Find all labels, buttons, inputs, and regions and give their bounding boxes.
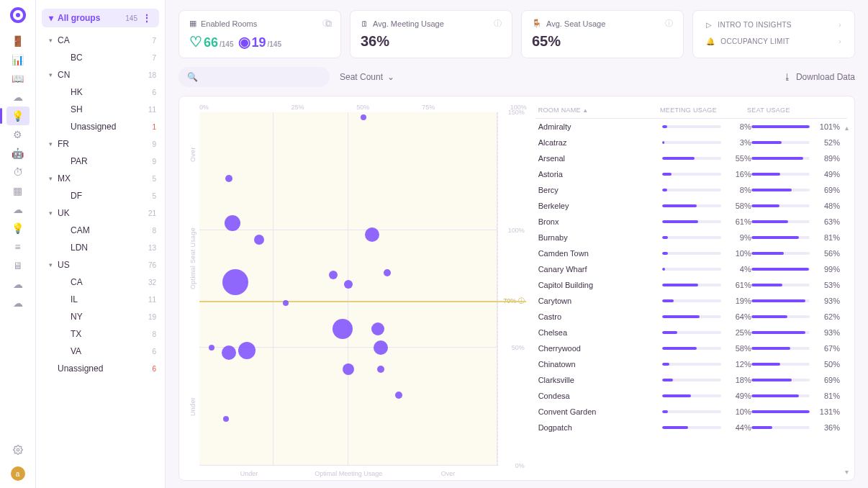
cloud2-icon[interactable]: ☁ (6, 200, 30, 219)
table-row[interactable]: Castro64%62% (535, 309, 843, 325)
sliders2-icon[interactable]: ≡ (6, 238, 30, 256)
bulb-icon[interactable]: 💡 (6, 107, 30, 125)
chart-bubble[interactable] (343, 363, 354, 375)
settings-icon[interactable] (6, 440, 30, 459)
table-row[interactable]: Burnaby9%81% (535, 230, 843, 245)
cell-room-name: Capitol Building (538, 281, 663, 289)
table-row[interactable]: Condesa49%81% (535, 388, 843, 404)
group-leaf[interactable]: ▾VA6 (42, 343, 159, 360)
door-icon[interactable]: 🚪 (6, 32, 30, 50)
cell-meeting-usage: 18% (662, 376, 751, 384)
table-row[interactable]: Convent Garden10%131% (535, 404, 843, 420)
table-row[interactable]: Admiralty8%101% (535, 119, 843, 135)
gauge-icon[interactable]: ⏱ (6, 163, 30, 181)
chart-bubble[interactable] (361, 114, 366, 120)
chart-bubble[interactable] (374, 340, 388, 355)
monitor-icon[interactable]: 🖥 (6, 256, 30, 275)
group-leaf[interactable]: ▾TX8 (42, 325, 159, 343)
chart-bubble[interactable] (225, 175, 232, 182)
group-leaf[interactable]: ▾BC7 (42, 49, 159, 66)
insight-occupancy[interactable]: 🔔 OCCUPANCY LIMIT › (703, 35, 844, 48)
logo-icon[interactable] (10, 7, 26, 23)
table-row[interactable]: Chinatown12%50% (535, 356, 843, 372)
info-icon[interactable]: ⓘ (665, 18, 673, 29)
chevron-right-icon: › (838, 37, 841, 45)
group-node[interactable]: ▾FR9 (42, 135, 159, 153)
table-row[interactable]: Astoria16%49% (535, 166, 843, 182)
chart-bubble[interactable] (377, 366, 384, 373)
group-count: 8 (142, 227, 156, 235)
chart-bubble[interactable] (344, 280, 353, 289)
group-leaf[interactable]: ▾PAR9 (42, 153, 159, 170)
chart-bubble[interactable] (238, 342, 256, 359)
group-leaf[interactable]: ▾CA32 (42, 274, 159, 291)
cloud-icon[interactable]: ☁ (6, 88, 30, 107)
chart-bubble[interactable] (209, 345, 214, 351)
table-row[interactable]: Camden Town10%56% (535, 245, 843, 261)
table-row[interactable]: Canary Wharf4%99% (535, 261, 843, 277)
table-body[interactable]: Admiralty8%101%Alcatraz3%52%Arsenal55%89… (535, 119, 847, 477)
chart-x-section: Optimal Meeting Usage (299, 470, 398, 477)
chart-bubble[interactable] (333, 319, 353, 339)
filter-seat-count[interactable]: Seat Count ⌄ (340, 72, 394, 82)
dashboard-icon[interactable]: 📊 (6, 50, 30, 69)
chart-bubble[interactable] (222, 269, 248, 295)
chart-bubble[interactable] (225, 215, 240, 231)
group-leaf[interactable]: ▾DF5 (42, 187, 159, 204)
chart-bubble[interactable] (329, 271, 338, 279)
table-row[interactable]: Alcatraz3%52% (535, 135, 843, 150)
col-meeting-usage[interactable]: MEETING USAGE (660, 107, 747, 114)
scroll-up-icon[interactable]: ▴ (845, 124, 849, 476)
group-leaf[interactable]: ▾HK6 (42, 83, 159, 101)
group-leaf[interactable]: ▾IL11 (42, 291, 159, 308)
col-room-name[interactable]: ROOM NAME ▴ (538, 107, 660, 114)
download-button[interactable]: ⭳ Download Data (783, 72, 855, 82)
group-node[interactable]: ▾CN18 (42, 66, 159, 83)
group-leaf[interactable]: ▾SH11 (42, 101, 159, 118)
layout-icon[interactable]: ▦ (6, 181, 30, 200)
chart-bubble[interactable] (365, 227, 379, 242)
table-row[interactable]: Berkeley58%48% (535, 198, 843, 214)
robot-icon[interactable]: 🤖 (6, 144, 30, 163)
group-node[interactable]: ▾US76 (42, 256, 159, 274)
chart-bubble[interactable] (223, 416, 229, 422)
table-row[interactable]: Dogpatch44%36% (535, 420, 843, 435)
table-row[interactable]: Capitol Building61%53% (535, 277, 843, 293)
table-row[interactable]: Clarksville18%69% (535, 372, 843, 388)
external-link-icon[interactable]: ⧉ (325, 18, 332, 30)
group-node[interactable]: ▾MX5 (42, 170, 159, 187)
chart-bubble[interactable] (384, 269, 391, 276)
table-row[interactable]: Cherrywood58%67% (535, 340, 843, 356)
info-icon[interactable]: ⓘ (494, 18, 502, 29)
table-row[interactable]: Chelsea25%93% (535, 325, 843, 340)
chart-plot-area[interactable]: Over Optimal Seat Usage Under 150%100%70… (199, 112, 498, 466)
group-node[interactable]: ▾UK21 (42, 204, 159, 222)
group-node[interactable]: ▾CA7 (42, 32, 159, 49)
group-leaf[interactable]: ▾Unassigned6 (42, 360, 159, 377)
chart-bubble[interactable] (254, 235, 264, 245)
group-leaf[interactable]: ▾NY19 (42, 308, 159, 325)
chart-bubble[interactable] (371, 322, 384, 335)
search-field[interactable] (204, 71, 321, 83)
group-leaf[interactable]: ▾CAM8 (42, 222, 159, 239)
avatar[interactable]: a (11, 466, 25, 481)
insight-intro[interactable]: ▷ INTRO TO INSIGHTS › (703, 18, 844, 32)
cloud3-icon[interactable]: ☁ (6, 275, 30, 294)
cloud4-icon[interactable]: ☁ (6, 294, 30, 312)
chart-bubble[interactable] (395, 392, 402, 399)
bulb2-icon[interactable]: 💡 (6, 219, 30, 238)
chart-bubble[interactable] (222, 345, 236, 360)
table-row[interactable]: Arsenal55%89% (535, 150, 843, 166)
search-input[interactable]: 🔍 (178, 67, 330, 87)
table-row[interactable]: Bronx61%63% (535, 214, 843, 230)
book-icon[interactable]: 📖 (6, 69, 30, 88)
card-seat-usage: 🪑 Avg. Seat Usage ⓘ 65% (521, 10, 684, 58)
table-row[interactable]: Carytown19%93% (535, 293, 843, 309)
groups-header[interactable]: ▾ All groups 145 ⋮ (42, 9, 159, 27)
table-row[interactable]: Bercy8%69% (535, 182, 843, 198)
sliders-icon[interactable]: ⚙ (6, 125, 30, 144)
col-seat-usage[interactable]: SEAT USAGE (747, 107, 834, 114)
group-leaf[interactable]: ▾Unassigned1 (42, 118, 159, 135)
scroll-down-icon[interactable]: ▾ (845, 468, 849, 476)
group-leaf[interactable]: ▾LDN13 (42, 239, 159, 256)
